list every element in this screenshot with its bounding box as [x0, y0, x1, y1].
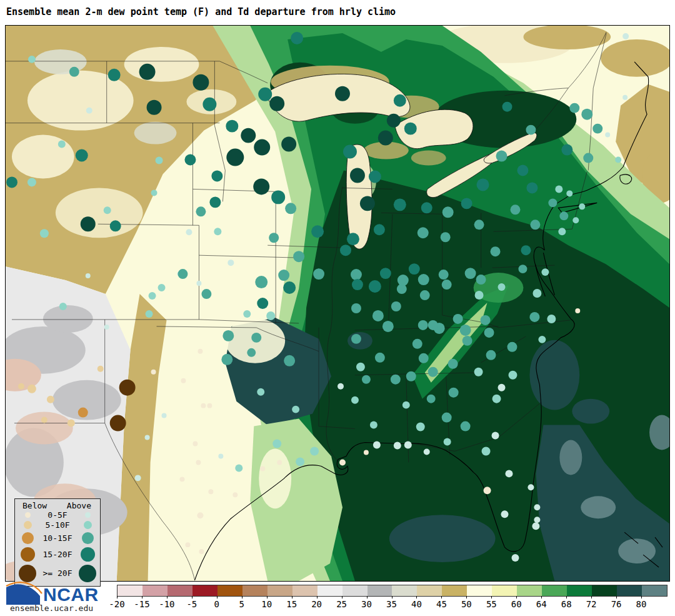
station-dot	[561, 144, 572, 156]
station-dot	[558, 228, 566, 235]
station-dot	[517, 164, 528, 176]
station-dot	[104, 206, 111, 214]
station-dot	[416, 423, 425, 432]
weather-map: Below Above 0-5F5-10F10-15F15-20F>= 20F	[5, 25, 670, 582]
station-dot	[362, 375, 371, 384]
station-dot	[418, 274, 429, 285]
station-dot	[296, 457, 304, 466]
station-dot	[86, 108, 92, 114]
legend-row-label: 10-15F	[38, 533, 78, 543]
station-dot	[255, 276, 268, 288]
station-dot	[375, 353, 385, 363]
station-dot	[277, 460, 282, 465]
station-dot	[119, 380, 136, 396]
station-dot	[526, 182, 538, 193]
station-dot	[271, 190, 285, 204]
legend-row-label: 5-10F	[38, 520, 78, 530]
site-url: ensemble.ucar.edu	[10, 603, 93, 613]
station-dot	[548, 198, 557, 207]
station-dot	[226, 120, 238, 133]
colorbar-segment	[192, 585, 218, 596]
station-dot	[492, 432, 499, 440]
colorbar-segment	[118, 585, 142, 596]
colorbar-segment	[368, 585, 392, 596]
station-dot	[69, 67, 79, 77]
colorbar-segment	[268, 585, 292, 596]
station-dot	[281, 137, 296, 152]
station-dot	[484, 487, 491, 494]
station-dot	[439, 270, 449, 280]
station-dot	[583, 153, 593, 163]
colorbar-tick-label: 40	[411, 599, 422, 609]
station-dot	[409, 263, 420, 275]
station-dot	[86, 273, 91, 278]
colorbar-segment	[617, 585, 642, 596]
station-dot	[351, 396, 359, 404]
station-dot	[507, 342, 517, 352]
station-dot	[622, 33, 629, 39]
colorbar-tick-label: 72	[586, 599, 597, 609]
colorbar-tick-label: 20	[311, 599, 322, 609]
station-dot	[369, 280, 381, 293]
station-dot	[511, 554, 519, 562]
station-dot	[547, 315, 556, 323]
station-dot	[569, 103, 579, 113]
legend-row: 0-5F	[18, 511, 98, 518]
station-dot	[313, 268, 324, 280]
legend-row-label: >= 20F	[38, 568, 78, 578]
station-dot	[526, 125, 536, 135]
station-dot	[41, 417, 48, 423]
station-dot	[360, 196, 375, 211]
station-dot	[374, 224, 385, 235]
station-dot	[505, 470, 512, 477]
station-dot	[145, 435, 150, 440]
station-dot	[482, 447, 491, 455]
colorbar-segment	[242, 585, 268, 596]
station-dot	[572, 217, 579, 223]
station-dot	[214, 228, 221, 235]
station-dot	[59, 303, 67, 310]
station-dot	[251, 333, 261, 343]
station-dot	[427, 395, 436, 403]
colorbar-segment	[492, 585, 517, 596]
station-dot	[566, 190, 572, 196]
station-dot	[444, 438, 451, 446]
colorbar-tick-label: -15	[134, 599, 149, 609]
colorbar-tick-label: -5	[186, 599, 197, 609]
colorbar-segment	[467, 585, 492, 596]
station-dot	[352, 279, 363, 290]
station-dot	[208, 489, 213, 494]
colorbar-tick-label: 64	[536, 599, 547, 609]
legend-dot-above	[81, 547, 95, 562]
station-dot	[272, 440, 281, 448]
station-dot	[481, 315, 491, 325]
station-dot	[211, 170, 222, 181]
station-dot	[258, 88, 272, 101]
station-dot	[424, 448, 430, 455]
colorbar-segment	[392, 585, 417, 596]
station-dot	[311, 225, 324, 238]
station-dot	[518, 265, 527, 273]
station-dot	[68, 420, 75, 427]
colorbar-segment	[168, 585, 192, 596]
station-dot	[285, 203, 296, 214]
station-dot	[226, 149, 244, 166]
colorbar-segment	[292, 585, 318, 596]
station-dot	[192, 442, 198, 447]
station-dot	[335, 86, 350, 101]
colorbar-segment	[417, 585, 442, 596]
station-dot	[378, 131, 393, 146]
station-dot	[521, 245, 531, 255]
station-dot	[81, 216, 96, 231]
colorbar-tick-label: 5	[239, 599, 244, 609]
station-dot	[340, 245, 351, 256]
station-dot	[266, 311, 275, 320]
colorbar-segment	[218, 585, 242, 596]
station-dot	[28, 385, 36, 393]
station-dot	[406, 371, 416, 381]
station-dot	[197, 512, 203, 518]
station-dot	[104, 325, 109, 330]
colorbar-tick-label: 60	[511, 599, 522, 609]
station-dot	[181, 378, 186, 383]
station-dot	[391, 375, 401, 385]
